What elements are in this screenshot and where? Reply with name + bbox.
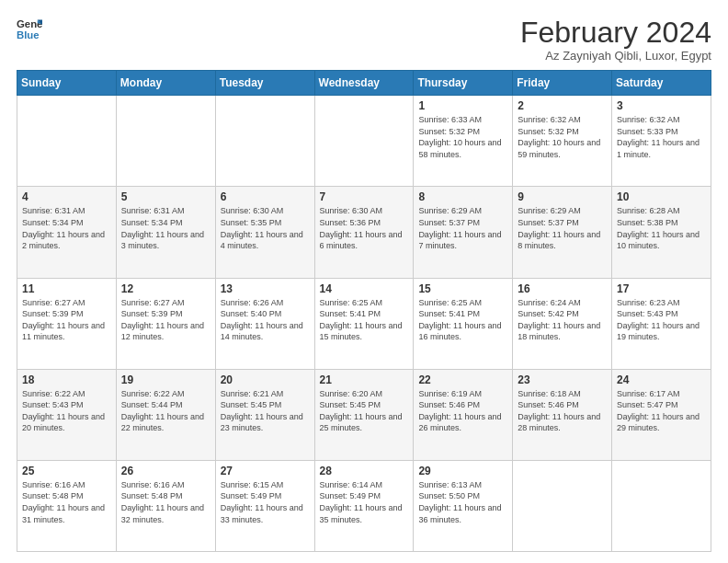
day-info: Sunrise: 6:33 AMSunset: 5:32 PMDaylight:… — [418, 114, 507, 160]
main-title: February 2024 — [520, 17, 711, 49]
header: General Blue February 2024 Az Zayniyah Q… — [17, 17, 711, 63]
calendar-cell: 17Sunrise: 6:23 AMSunset: 5:43 PMDayligh… — [612, 278, 711, 369]
day-number: 5 — [121, 190, 210, 203]
day-info: Sunrise: 6:31 AMSunset: 5:34 PMDaylight:… — [121, 205, 210, 251]
day-info: Sunrise: 6:17 AMSunset: 5:47 PMDaylight:… — [617, 388, 706, 434]
day-number: 14 — [320, 282, 409, 295]
subtitle: Az Zayniyah Qibli, Luxor, Egypt — [520, 49, 711, 63]
calendar-cell: 23Sunrise: 6:18 AMSunset: 5:46 PMDayligh… — [513, 369, 612, 460]
day-info: Sunrise: 6:29 AMSunset: 5:37 PMDaylight:… — [418, 205, 507, 251]
day-number: 1 — [418, 99, 507, 112]
day-info: Sunrise: 6:25 AMSunset: 5:41 PMDaylight:… — [418, 297, 507, 343]
day-number: 15 — [418, 282, 507, 295]
day-number: 10 — [617, 190, 706, 203]
day-info: Sunrise: 6:22 AMSunset: 5:43 PMDaylight:… — [22, 388, 111, 434]
day-number: 24 — [617, 373, 706, 386]
day-info: Sunrise: 6:22 AMSunset: 5:44 PMDaylight:… — [121, 388, 210, 434]
day-number: 28 — [320, 465, 409, 477]
week-row-4: 18Sunrise: 6:22 AMSunset: 5:43 PMDayligh… — [17, 369, 711, 460]
week-row-1: 1Sunrise: 6:33 AMSunset: 5:32 PMDaylight… — [17, 96, 711, 187]
day-number: 18 — [22, 373, 111, 386]
calendar-cell — [314, 96, 414, 187]
logo: General Blue — [17, 17, 42, 42]
calendar-table: Sunday Monday Tuesday Wednesday Thursday… — [17, 70, 711, 552]
calendar-cell: 8Sunrise: 6:29 AMSunset: 5:37 PMDaylight… — [414, 187, 513, 278]
day-number: 4 — [22, 190, 111, 203]
svg-text:Blue: Blue — [17, 29, 40, 40]
calendar-cell: 24Sunrise: 6:17 AMSunset: 5:47 PMDayligh… — [612, 369, 711, 460]
day-number: 8 — [418, 190, 507, 203]
day-number: 2 — [518, 99, 607, 112]
calendar-cell: 25Sunrise: 6:16 AMSunset: 5:48 PMDayligh… — [17, 460, 117, 551]
day-info: Sunrise: 6:27 AMSunset: 5:39 PMDaylight:… — [22, 297, 111, 343]
calendar-cell: 3Sunrise: 6:32 AMSunset: 5:33 PMDaylight… — [612, 96, 711, 187]
logo-icon: General Blue — [17, 17, 42, 42]
day-info: Sunrise: 6:14 AMSunset: 5:49 PMDaylight:… — [320, 479, 409, 525]
day-number: 6 — [221, 190, 310, 203]
day-number: 7 — [320, 190, 409, 203]
col-thursday: Thursday — [414, 71, 513, 96]
calendar-cell: 28Sunrise: 6:14 AMSunset: 5:49 PMDayligh… — [314, 460, 414, 551]
day-info: Sunrise: 6:19 AMSunset: 5:46 PMDaylight:… — [418, 388, 507, 434]
calendar-cell: 29Sunrise: 6:13 AMSunset: 5:50 PMDayligh… — [414, 460, 513, 551]
calendar-cell: 26Sunrise: 6:16 AMSunset: 5:48 PMDayligh… — [116, 460, 215, 551]
calendar-cell: 14Sunrise: 6:25 AMSunset: 5:41 PMDayligh… — [314, 278, 414, 369]
day-info: Sunrise: 6:15 AMSunset: 5:49 PMDaylight:… — [221, 479, 310, 525]
calendar-cell: 6Sunrise: 6:30 AMSunset: 5:35 PMDaylight… — [215, 187, 314, 278]
calendar-cell: 9Sunrise: 6:29 AMSunset: 5:37 PMDaylight… — [513, 187, 612, 278]
day-number: 25 — [22, 465, 111, 477]
day-info: Sunrise: 6:28 AMSunset: 5:38 PMDaylight:… — [617, 205, 706, 251]
day-info: Sunrise: 6:30 AMSunset: 5:35 PMDaylight:… — [221, 205, 310, 251]
page: General Blue February 2024 Az Zayniyah Q… — [0, 0, 728, 563]
week-row-3: 11Sunrise: 6:27 AMSunset: 5:39 PMDayligh… — [17, 278, 711, 369]
col-sunday: Sunday — [17, 71, 117, 96]
col-wednesday: Wednesday — [314, 71, 414, 96]
day-info: Sunrise: 6:21 AMSunset: 5:45 PMDaylight:… — [221, 388, 310, 434]
day-info: Sunrise: 6:23 AMSunset: 5:43 PMDaylight:… — [617, 297, 706, 343]
calendar-cell: 10Sunrise: 6:28 AMSunset: 5:38 PMDayligh… — [612, 187, 711, 278]
calendar-cell: 2Sunrise: 6:32 AMSunset: 5:32 PMDaylight… — [513, 96, 612, 187]
calendar-cell — [513, 460, 612, 551]
calendar-cell — [612, 460, 711, 551]
day-number: 9 — [518, 190, 607, 203]
calendar-cell: 11Sunrise: 6:27 AMSunset: 5:39 PMDayligh… — [17, 278, 117, 369]
calendar-cell: 22Sunrise: 6:19 AMSunset: 5:46 PMDayligh… — [414, 369, 513, 460]
day-number: 3 — [617, 99, 706, 112]
day-info: Sunrise: 6:26 AMSunset: 5:40 PMDaylight:… — [221, 297, 310, 343]
day-info: Sunrise: 6:16 AMSunset: 5:48 PMDaylight:… — [22, 479, 111, 525]
day-info: Sunrise: 6:24 AMSunset: 5:42 PMDaylight:… — [518, 297, 607, 343]
day-number: 21 — [320, 373, 409, 386]
calendar-cell — [116, 96, 215, 187]
calendar-cell: 21Sunrise: 6:20 AMSunset: 5:45 PMDayligh… — [314, 369, 414, 460]
day-number: 27 — [221, 465, 310, 477]
day-number: 12 — [121, 282, 210, 295]
col-saturday: Saturday — [612, 71, 711, 96]
day-info: Sunrise: 6:32 AMSunset: 5:33 PMDaylight:… — [617, 114, 706, 160]
calendar-header-row: Sunday Monday Tuesday Wednesday Thursday… — [17, 71, 711, 96]
col-tuesday: Tuesday — [215, 71, 314, 96]
day-info: Sunrise: 6:18 AMSunset: 5:46 PMDaylight:… — [518, 388, 607, 434]
day-info: Sunrise: 6:30 AMSunset: 5:36 PMDaylight:… — [320, 205, 409, 251]
day-info: Sunrise: 6:29 AMSunset: 5:37 PMDaylight:… — [518, 205, 607, 251]
calendar-cell: 1Sunrise: 6:33 AMSunset: 5:32 PMDaylight… — [414, 96, 513, 187]
day-info: Sunrise: 6:16 AMSunset: 5:48 PMDaylight:… — [121, 479, 210, 525]
day-info: Sunrise: 6:32 AMSunset: 5:32 PMDaylight:… — [518, 114, 607, 160]
calendar-cell — [215, 96, 314, 187]
day-number: 23 — [518, 373, 607, 386]
calendar-cell: 16Sunrise: 6:24 AMSunset: 5:42 PMDayligh… — [513, 278, 612, 369]
week-row-2: 4Sunrise: 6:31 AMSunset: 5:34 PMDaylight… — [17, 187, 711, 278]
day-info: Sunrise: 6:25 AMSunset: 5:41 PMDaylight:… — [320, 297, 409, 343]
calendar-cell: 7Sunrise: 6:30 AMSunset: 5:36 PMDaylight… — [314, 187, 414, 278]
day-number: 20 — [221, 373, 310, 386]
calendar-cell: 13Sunrise: 6:26 AMSunset: 5:40 PMDayligh… — [215, 278, 314, 369]
calendar-cell: 19Sunrise: 6:22 AMSunset: 5:44 PMDayligh… — [116, 369, 215, 460]
day-number: 11 — [22, 282, 111, 295]
calendar-cell: 20Sunrise: 6:21 AMSunset: 5:45 PMDayligh… — [215, 369, 314, 460]
col-friday: Friday — [513, 71, 612, 96]
calendar-cell: 5Sunrise: 6:31 AMSunset: 5:34 PMDaylight… — [116, 187, 215, 278]
day-info: Sunrise: 6:20 AMSunset: 5:45 PMDaylight:… — [320, 388, 409, 434]
calendar-cell — [17, 96, 117, 187]
day-number: 22 — [418, 373, 507, 386]
title-block: February 2024 Az Zayniyah Qibli, Luxor, … — [520, 17, 711, 63]
calendar-cell: 15Sunrise: 6:25 AMSunset: 5:41 PMDayligh… — [414, 278, 513, 369]
